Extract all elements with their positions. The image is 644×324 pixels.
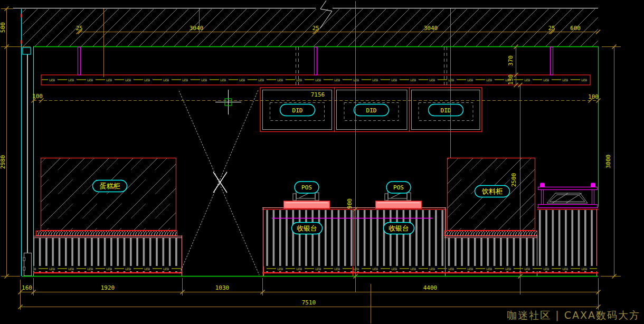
dim-total-height: 3000 <box>605 155 612 169</box>
did-label: DID <box>366 107 377 114</box>
passage-cross-brace[interactable] <box>179 90 259 275</box>
dim-wall-height: 2980 <box>0 155 6 169</box>
pos-station[interactable]: POS <box>284 182 330 208</box>
elevation-drawing: LED LED <box>0 0 644 324</box>
hanger-post <box>551 47 553 75</box>
drink-cabinet[interactable]: 饮料柜 <box>444 158 537 277</box>
display-case-counter[interactable] <box>537 183 598 277</box>
wall-base-profile <box>24 253 32 276</box>
dim-drop: 370 <box>507 55 514 66</box>
counter-top-hatch <box>445 231 537 236</box>
dim-top-5: 600 <box>570 25 581 32</box>
cake-cabinet[interactable]: 蛋糕柜 <box>33 158 182 277</box>
cashier-label: 收银台 <box>297 224 317 232</box>
hanger-post <box>315 47 317 75</box>
did-signage[interactable]: DID DID DID 7156 <box>260 88 482 132</box>
dim-case-height: 2500 <box>510 173 517 187</box>
tray-sketch <box>547 193 588 203</box>
cad-canvas[interactable]: LED LED <box>0 0 644 324</box>
dim-top-4: 25 <box>548 25 555 32</box>
dim-middle-width: 7156 <box>311 91 325 98</box>
dim-bottom-total: 7510 <box>302 299 316 306</box>
dim-band: 130 <box>507 74 514 85</box>
dim-offset-left: 100 <box>32 93 43 100</box>
dim-bottom[interactable]: 160 1920 1030 4400 7510 <box>18 284 601 309</box>
crosshair-cursor <box>215 90 241 115</box>
dim-bottom-1: 1920 <box>101 284 115 291</box>
dim-top-1: 3040 <box>190 25 204 32</box>
dim-counter-height: 900 <box>346 198 353 209</box>
counter-slats <box>538 210 597 272</box>
cashier-label: 收银台 <box>389 224 409 232</box>
dim-top-2: 25 <box>312 25 319 32</box>
dim-bottom-0: 160 <box>22 284 32 291</box>
pos-pedestal <box>284 201 330 208</box>
did-label: DID <box>441 107 451 114</box>
drink-cabinet-label: 饮料柜 <box>481 187 503 195</box>
counter-top-hatch <box>36 231 177 236</box>
cake-cabinet-label: 蛋糕柜 <box>100 182 120 190</box>
glass-display-case[interactable] <box>538 183 598 208</box>
dim-top-3: 3040 <box>424 25 438 32</box>
dim-top-0: 25 <box>75 25 82 32</box>
dim-bottom-2: 1030 <box>215 284 230 291</box>
did-label: DID <box>292 107 303 114</box>
pos-label: POS <box>301 184 312 191</box>
pos-label: POS <box>393 184 404 191</box>
dim-bottom-3: 4400 <box>423 284 438 291</box>
pos-station[interactable]: POS <box>376 182 422 208</box>
watermark: 咖迷社区 | CAXA数码大方 <box>507 309 640 321</box>
cashier-counter[interactable]: POS POS 收银台 收银台 <box>262 182 446 276</box>
dim-slab-height: 500 <box>0 22 6 33</box>
left-wall[interactable] <box>21 9 34 276</box>
hanger-post <box>78 47 81 75</box>
dim-offset-right: 100 <box>588 93 599 100</box>
pos-pedestal <box>376 201 422 208</box>
